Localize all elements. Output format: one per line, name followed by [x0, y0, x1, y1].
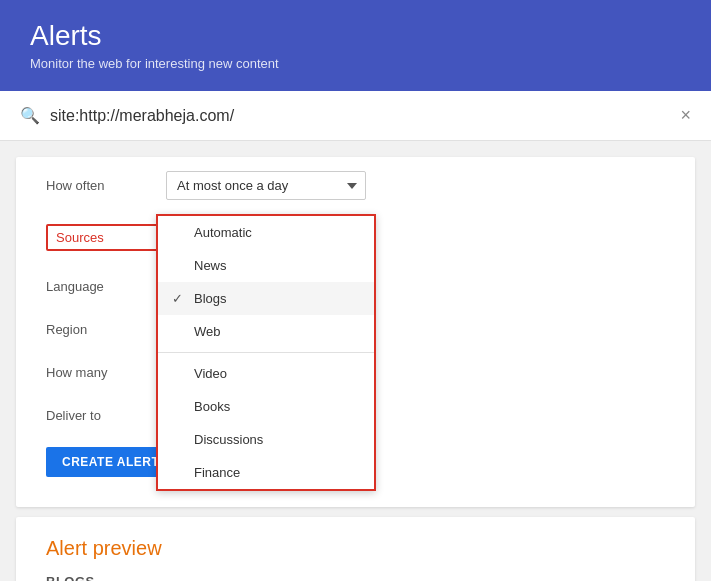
language-label: Language: [46, 279, 166, 294]
sources-label[interactable]: Sources: [46, 224, 166, 251]
dropdown-item-news[interactable]: News: [158, 249, 374, 282]
alert-preview-title: Alert preview: [46, 537, 665, 560]
sources-row: Sources Automatic News Blogs Web Video: [16, 214, 695, 265]
dropdown-item-web[interactable]: Web: [158, 315, 374, 348]
page-title: Alerts: [30, 20, 681, 52]
dropdown-item-video[interactable]: Video: [158, 357, 374, 390]
clear-search-button[interactable]: ×: [680, 105, 691, 126]
how-many-label: How many: [46, 365, 166, 380]
sources-dropdown-menu: Automatic News Blogs Web Video Books Dis…: [156, 214, 376, 491]
dropdown-item-blogs[interactable]: Blogs: [158, 282, 374, 315]
how-often-select[interactable]: As-it-happens At most once a day At most…: [166, 171, 366, 200]
search-icon: 🔍: [20, 106, 40, 125]
search-bar: 🔍 ×: [0, 91, 711, 141]
deliver-to-label: Deliver to: [46, 408, 166, 423]
search-input[interactable]: [50, 107, 670, 125]
how-often-row: How often As-it-happens At most once a d…: [16, 157, 695, 214]
dropdown-item-finance[interactable]: Finance: [158, 456, 374, 489]
page-subtitle: Monitor the web for interesting new cont…: [30, 56, 681, 71]
dropdown-item-discussions[interactable]: Discussions: [158, 423, 374, 456]
dropdown-item-automatic[interactable]: Automatic: [158, 216, 374, 249]
alert-preview-card: Alert preview BLOGS: [16, 517, 695, 581]
dropdown-item-books[interactable]: Books: [158, 390, 374, 423]
main-form-card: How often As-it-happens At most once a d…: [16, 157, 695, 507]
region-label: Region: [46, 322, 166, 337]
how-often-label: How often: [46, 178, 166, 193]
page-header: Alerts Monitor the web for interesting n…: [0, 0, 711, 91]
dropdown-divider: [158, 352, 374, 353]
alert-preview-tag: BLOGS: [46, 574, 665, 581]
